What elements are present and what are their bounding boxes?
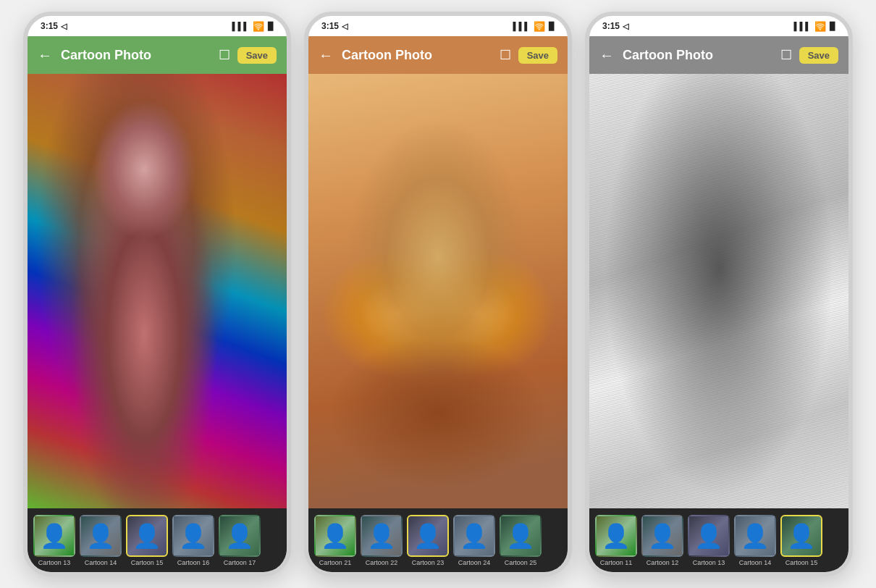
thumb-img-3-4[interactable]: 👤 [780, 515, 822, 557]
thumb-person-1-4: 👤 [220, 516, 259, 555]
signal-icon-3: ▌▌▌ [794, 22, 811, 30]
thumb-item-1-0[interactable]: 👤 Cartoon 13 [33, 515, 75, 566]
thumb-person-3-3: 👤 [736, 516, 775, 555]
nav-arrow-1: ◁ [61, 22, 67, 31]
thumb-item-2-2[interactable]: 👤 Cartoon 23 [407, 515, 449, 566]
thumb-label-3-0: Cartoon 11 [600, 559, 633, 566]
photo-area-2 [308, 74, 568, 508]
status-bar-2: 3:15 ◁ ▌▌▌ 🛜 ▉ [308, 16, 568, 36]
time-2: 3:15 [321, 21, 339, 31]
app-title-2: Cartoon Photo [342, 48, 500, 63]
thumb-label-2-0: Cartoon 21 [319, 559, 352, 566]
wifi-icon-2: 🛜 [534, 21, 545, 32]
phone-1: 3:15 ◁ ▌▌▌ 🛜 ▉ ← Cartoon Photo ☐ Save 👤 … [23, 12, 291, 576]
toolbar-2: ← Cartoon Photo ☐ Save [308, 36, 568, 74]
thumb-person-1-3: 👤 [174, 516, 213, 555]
thumb-label-1-0: Cartoon 13 [38, 559, 71, 566]
battery-icon-3: ▉ [830, 22, 835, 31]
save-button-2[interactable]: Save [518, 47, 557, 64]
back-button-1[interactable]: ← [38, 47, 52, 64]
wifi-icon-3: 🛜 [814, 21, 826, 32]
thumb-person-2-3: 👤 [455, 516, 494, 555]
thumb-label-3-1: Cartoon 12 [647, 559, 679, 566]
thumb-person-1-2: 👤 [127, 516, 167, 555]
thumb-person-1-0: 👤 [35, 516, 74, 555]
thumb-item-1-1[interactable]: 👤 Cartoon 14 [80, 515, 122, 566]
crop-icon-1[interactable]: ☐ [219, 47, 230, 63]
thumb-person-2-0: 👤 [316, 516, 355, 555]
thumb-img-2-1[interactable]: 👤 [361, 515, 403, 557]
status-time-2: 3:15 ◁ [321, 21, 348, 31]
thumb-item-2-4[interactable]: 👤 Cartoon 25 [500, 515, 542, 566]
thumb-img-1-2[interactable]: 👤 [126, 515, 168, 557]
time-1: 3:15 [41, 21, 58, 31]
thumb-item-3-0[interactable]: 👤 Cartoon 11 [595, 515, 637, 566]
photo-area-1 [28, 74, 287, 508]
thumb-item-1-3[interactable]: 👤 Cartoon 16 [172, 515, 214, 566]
signal-icon-2: ▌▌▌ [513, 22, 530, 30]
thumb-img-2-3[interactable]: 👤 [453, 515, 495, 557]
thumb-item-2-1[interactable]: 👤 Cartoon 22 [361, 515, 403, 566]
thumb-label-2-3: Cartoon 24 [458, 559, 491, 566]
thumb-label-2-1: Cartoon 22 [366, 559, 398, 566]
crop-icon-3[interactable]: ☐ [780, 47, 792, 63]
thumb-img-2-2[interactable]: 👤 [407, 515, 449, 557]
app-title-1: Cartoon Photo [61, 48, 219, 63]
app-title-3: Cartoon Photo [623, 48, 780, 63]
thumb-label-1-4: Cartoon 17 [224, 559, 256, 566]
thumb-person-2-2: 👤 [408, 516, 447, 555]
thumb-img-1-4[interactable]: 👤 [219, 515, 261, 557]
signal-icon-1: ▌▌▌ [232, 22, 249, 30]
phone-3: 3:15 ◁ ▌▌▌ 🛜 ▉ ← Cartoon Photo ☐ Save 👤 … [585, 12, 853, 576]
time-3: 3:15 [602, 21, 620, 31]
thumb-label-3-2: Cartoon 13 [693, 559, 725, 566]
status-icons-2: ▌▌▌ 🛜 ▉ [513, 21, 555, 32]
thumb-img-2-0[interactable]: 👤 [314, 515, 356, 557]
status-icons-1: ▌▌▌ 🛜 ▉ [232, 21, 274, 32]
thumb-label-3-4: Cartoon 15 [786, 559, 818, 566]
photo-area-3 [589, 74, 848, 508]
thumb-img-2-4[interactable]: 👤 [500, 515, 542, 557]
thumb-item-3-4[interactable]: 👤 Cartoon 15 [780, 515, 822, 566]
thumb-img-1-0[interactable]: 👤 [33, 515, 75, 557]
photo-effect-1 [28, 74, 287, 508]
thumb-img-3-2[interactable]: 👤 [688, 515, 730, 557]
thumb-item-2-0[interactable]: 👤 Cartoon 21 [314, 515, 356, 566]
thumb-item-1-2[interactable]: 👤 Cartoon 15 [126, 515, 168, 566]
wifi-icon-1: 🛜 [253, 21, 264, 32]
thumb-label-2-4: Cartoon 25 [505, 559, 537, 566]
thumbnail-strip-1: 👤 Cartoon 13 👤 Cartoon 14 👤 Cartoon 15 👤… [28, 508, 287, 572]
thumb-item-3-3[interactable]: 👤 Cartoon 14 [734, 515, 776, 566]
nav-arrow-3: ◁ [623, 22, 628, 31]
thumb-person-2-1: 👤 [362, 516, 401, 555]
save-button-3[interactable]: Save [799, 47, 838, 64]
thumb-person-1-1: 👤 [81, 516, 120, 555]
status-bar-3: 3:15 ◁ ▌▌▌ 🛜 ▉ [589, 16, 848, 36]
thumbnail-strip-3: 👤 Cartoon 11 👤 Cartoon 12 👤 Cartoon 13 👤… [589, 508, 848, 572]
thumb-item-2-3[interactable]: 👤 Cartoon 24 [453, 515, 495, 566]
nav-arrow-2: ◁ [342, 22, 348, 31]
thumb-label-1-2: Cartoon 15 [131, 559, 164, 566]
thumb-label-2-2: Cartoon 23 [412, 559, 445, 566]
thumb-img-1-3[interactable]: 👤 [172, 515, 214, 557]
status-icons-3: ▌▌▌ 🛜 ▉ [794, 21, 835, 32]
thumb-item-3-1[interactable]: 👤 Cartoon 12 [641, 515, 683, 566]
thumb-item-3-2[interactable]: 👤 Cartoon 13 [688, 515, 730, 566]
thumb-img-3-1[interactable]: 👤 [641, 515, 683, 557]
battery-icon-1: ▉ [268, 22, 274, 31]
thumb-img-1-1[interactable]: 👤 [80, 515, 122, 557]
back-button-3[interactable]: ← [599, 47, 614, 64]
thumb-img-3-3[interactable]: 👤 [734, 515, 776, 557]
thumb-img-3-0[interactable]: 👤 [595, 515, 637, 557]
thumb-person-3-0: 👤 [597, 516, 636, 555]
crop-icon-2[interactable]: ☐ [500, 47, 511, 63]
thumb-item-1-4[interactable]: 👤 Cartoon 17 [219, 515, 261, 566]
thumbnail-strip-2: 👤 Cartoon 21 👤 Cartoon 22 👤 Cartoon 23 👤… [308, 508, 568, 572]
battery-icon-2: ▉ [549, 22, 555, 31]
thumb-person-3-4: 👤 [782, 516, 821, 555]
save-button-1[interactable]: Save [237, 47, 277, 64]
back-button-2[interactable]: ← [319, 47, 333, 64]
thumb-person-3-2: 👤 [689, 516, 728, 555]
thumb-person-2-4: 👤 [501, 516, 540, 555]
toolbar-1: ← Cartoon Photo ☐ Save [28, 36, 287, 74]
